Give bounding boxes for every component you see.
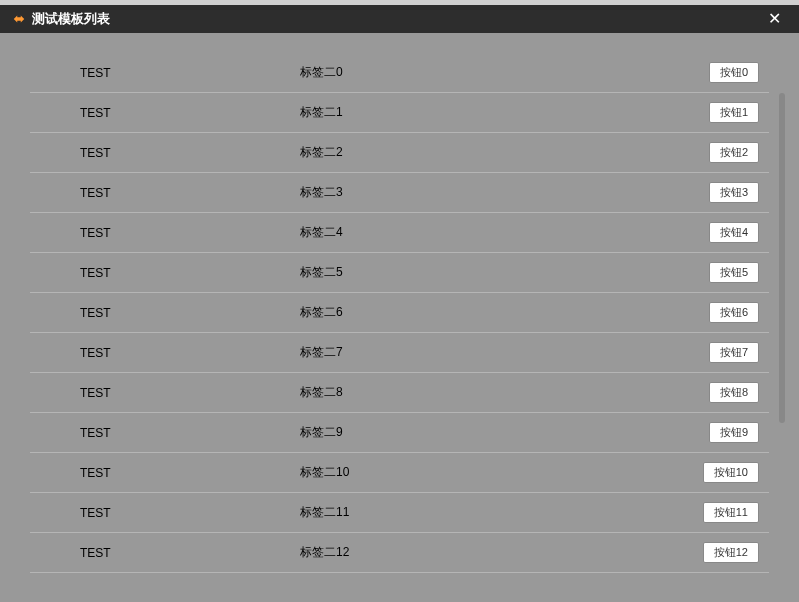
- row-label-2: 标签二0: [300, 64, 679, 81]
- list-row: TEST标签二11按钮11: [30, 493, 769, 533]
- row-action-cell: 按钮10: [679, 462, 759, 483]
- row-action-button[interactable]: 按钮1: [709, 102, 759, 123]
- row-label-1: TEST: [80, 106, 300, 120]
- row-action-cell: 按钮9: [679, 422, 759, 443]
- list-row: TEST标签二9按钮9: [30, 413, 769, 453]
- row-action-cell: 按钮7: [679, 342, 759, 363]
- list-row: TEST标签二1按钮1: [30, 93, 769, 133]
- row-label-1: TEST: [80, 186, 300, 200]
- row-label-1: TEST: [80, 426, 300, 440]
- row-action-cell: 按钮1: [679, 102, 759, 123]
- list-row: TEST标签二4按钮4: [30, 213, 769, 253]
- content-area: TEST标签二0按钮0TEST标签二1按钮1TEST标签二2按钮2TEST标签二…: [0, 33, 799, 602]
- row-label-2: 标签二4: [300, 224, 679, 241]
- row-label-1: TEST: [80, 546, 300, 560]
- list-row: TEST标签二6按钮6: [30, 293, 769, 333]
- list-row: TEST标签二0按钮0: [30, 53, 769, 93]
- list-row: TEST标签二2按钮2: [30, 133, 769, 173]
- row-action-button[interactable]: 按钮11: [703, 502, 759, 523]
- list-row: TEST标签二12按钮12: [30, 533, 769, 573]
- row-action-button[interactable]: 按钮4: [709, 222, 759, 243]
- row-action-button[interactable]: 按钮9: [709, 422, 759, 443]
- row-label-1: TEST: [80, 226, 300, 240]
- list-row: TEST标签二5按钮5: [30, 253, 769, 293]
- app-icon: [12, 12, 26, 26]
- row-action-button[interactable]: 按钮0: [709, 62, 759, 83]
- row-action-cell: 按钮2: [679, 142, 759, 163]
- row-action-cell: 按钮12: [679, 542, 759, 563]
- row-action-cell: 按钮5: [679, 262, 759, 283]
- row-action-cell: 按钮0: [679, 62, 759, 83]
- row-action-button[interactable]: 按钮12: [703, 542, 759, 563]
- scrollbar-thumb[interactable]: [779, 93, 785, 423]
- row-label-1: TEST: [80, 146, 300, 160]
- row-label-2: 标签二5: [300, 264, 679, 281]
- row-label-2: 标签二6: [300, 304, 679, 321]
- row-action-button[interactable]: 按钮5: [709, 262, 759, 283]
- row-label-2: 标签二2: [300, 144, 679, 161]
- row-label-2: 标签二12: [300, 544, 679, 561]
- row-label-1: TEST: [80, 506, 300, 520]
- row-label-2: 标签二3: [300, 184, 679, 201]
- row-action-cell: 按钮6: [679, 302, 759, 323]
- row-action-button[interactable]: 按钮3: [709, 182, 759, 203]
- row-label-1: TEST: [80, 386, 300, 400]
- close-button[interactable]: ✕: [762, 9, 787, 29]
- row-label-2: 标签二7: [300, 344, 679, 361]
- row-label-1: TEST: [80, 306, 300, 320]
- row-action-button[interactable]: 按钮2: [709, 142, 759, 163]
- row-action-button[interactable]: 按钮8: [709, 382, 759, 403]
- row-label-2: 标签二1: [300, 104, 679, 121]
- row-action-button[interactable]: 按钮7: [709, 342, 759, 363]
- row-label-1: TEST: [80, 466, 300, 480]
- dialog-header: 测试模板列表 ✕: [0, 5, 799, 33]
- row-action-cell: 按钮8: [679, 382, 759, 403]
- list-container: TEST标签二0按钮0TEST标签二1按钮1TEST标签二2按钮2TEST标签二…: [30, 53, 769, 592]
- row-label-2: 标签二11: [300, 504, 679, 521]
- row-action-button[interactable]: 按钮10: [703, 462, 759, 483]
- row-label-1: TEST: [80, 346, 300, 360]
- list-row: TEST标签二7按钮7: [30, 333, 769, 373]
- row-label-1: TEST: [80, 66, 300, 80]
- list-row: TEST标签二3按钮3: [30, 173, 769, 213]
- list-row: TEST标签二10按钮10: [30, 453, 769, 493]
- row-action-cell: 按钮3: [679, 182, 759, 203]
- row-action-cell: 按钮4: [679, 222, 759, 243]
- list-row: TEST标签二8按钮8: [30, 373, 769, 413]
- dialog-title: 测试模板列表: [32, 10, 110, 28]
- row-action-button[interactable]: 按钮6: [709, 302, 759, 323]
- row-label-2: 标签二8: [300, 384, 679, 401]
- row-label-2: 标签二9: [300, 424, 679, 441]
- row-label-2: 标签二10: [300, 464, 679, 481]
- row-label-1: TEST: [80, 266, 300, 280]
- row-action-cell: 按钮11: [679, 502, 759, 523]
